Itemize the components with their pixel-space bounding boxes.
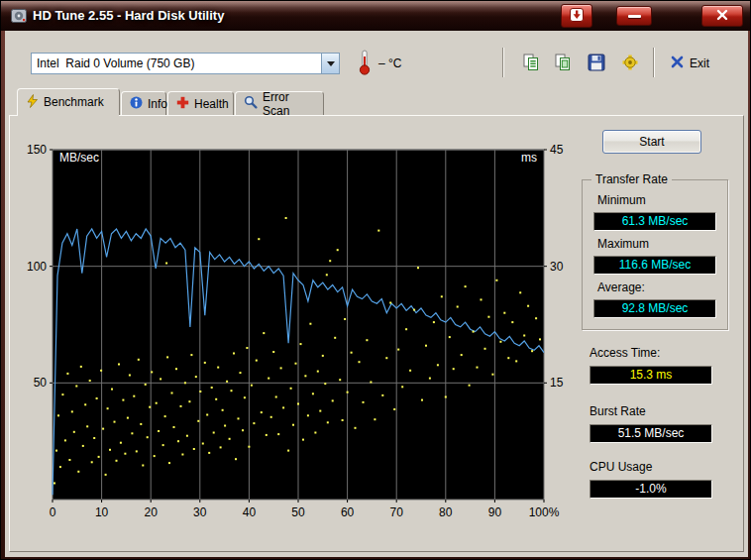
svg-text:20: 20	[145, 505, 159, 519]
maximum-label: Maximum	[597, 237, 649, 251]
tab-health-label: Health	[194, 97, 229, 111]
tab-info-label: Info	[148, 97, 167, 111]
svg-text:30: 30	[193, 505, 207, 519]
close-icon	[715, 8, 729, 25]
svg-text:50: 50	[34, 376, 48, 390]
svg-text:100: 100	[27, 260, 47, 274]
drive-selector-value: Intel Raid 0 Volume (750 GB)	[32, 56, 321, 70]
svg-text:0: 0	[50, 505, 56, 519]
minimize-button[interactable]	[616, 6, 652, 26]
cpu-usage-label: CPU Usage	[590, 460, 652, 474]
tab-error-scan-label: Error Scan	[263, 90, 315, 118]
svg-text:40: 40	[243, 505, 257, 519]
transfer-rate-group-label: Transfer Rate	[591, 172, 672, 186]
app-window: HD Tune 2.55 - Hard Disk Utility Intel R…	[0, 0, 751, 560]
svg-text:45: 45	[550, 143, 564, 157]
tab-error-scan[interactable]: Error Scan	[235, 91, 324, 115]
exit-label: Exit	[690, 56, 709, 70]
app-icon	[11, 8, 27, 24]
save-button[interactable]	[584, 52, 609, 75]
benchmark-icon	[26, 94, 39, 111]
svg-text:70: 70	[390, 505, 404, 519]
access-time-label: Access Time:	[590, 346, 660, 360]
tab-benchmark-label: Benchmark	[44, 95, 104, 109]
minimize-icon	[628, 15, 641, 18]
average-value: 92.8 MB/sec	[593, 299, 716, 318]
drive-selector[interactable]: Intel Raid 0 Volume (750 GB)	[31, 53, 340, 74]
burst-rate-value: 51.5 MB/sec	[590, 424, 712, 443]
exit-button[interactable]: Exit	[665, 51, 715, 76]
toolbar-separator	[653, 48, 655, 77]
copy-text-icon	[522, 54, 540, 74]
svg-text:100%: 100%	[529, 505, 560, 519]
svg-text:MB/sec: MB/sec	[59, 151, 99, 165]
minimum-label: Minimum	[597, 193, 646, 207]
copy-image-button[interactable]	[550, 52, 576, 75]
down-arrow-icon	[568, 6, 586, 27]
start-button[interactable]: Start	[602, 130, 701, 154]
access-time-value: 15.3 ms	[590, 366, 712, 385]
minimize-to-tray-button[interactable]	[561, 4, 592, 28]
svg-text:90: 90	[488, 505, 502, 519]
average-label: Average:	[597, 280, 645, 294]
thermometer-icon	[358, 49, 372, 79]
minimum-value: 61.3 MB/sec	[593, 212, 716, 231]
tab-benchmark[interactable]: Benchmark	[17, 88, 120, 115]
maximum-value: 116.6 MB/sec	[593, 256, 716, 275]
window-title: HD Tune 2.55 - Hard Disk Utility	[33, 8, 224, 23]
save-icon	[588, 54, 605, 74]
svg-text:10: 10	[95, 505, 109, 519]
error-scan-icon	[244, 95, 258, 112]
info-icon	[130, 96, 143, 112]
copy-image-icon	[554, 54, 572, 74]
burst-rate-label: Burst Rate	[590, 404, 646, 418]
svg-text:ms: ms	[521, 151, 537, 165]
tab-health[interactable]: Health	[167, 91, 234, 115]
svg-text:50: 50	[291, 505, 305, 519]
svg-text:30: 30	[550, 260, 564, 274]
chevron-down-icon[interactable]	[321, 54, 339, 73]
health-icon	[176, 96, 189, 112]
svg-text:60: 60	[341, 505, 355, 519]
svg-text:150: 150	[27, 143, 47, 157]
settings-button[interactable]	[617, 52, 643, 75]
svg-text:15: 15	[550, 376, 564, 390]
exit-icon	[671, 56, 684, 71]
temperature-readout: – °C	[378, 56, 401, 70]
benchmark-chart: 150100504530150102030405060708090100%MB/…	[25, 138, 568, 524]
cpu-usage-value: -1.0%	[590, 480, 712, 499]
copy-text-button[interactable]	[518, 52, 544, 75]
down-triangle-glyph	[327, 61, 335, 66]
toolbar-separator	[502, 48, 504, 77]
svg-text:80: 80	[439, 505, 453, 519]
settings-icon	[621, 54, 639, 74]
tab-info[interactable]: Info	[121, 91, 166, 115]
close-button[interactable]	[701, 5, 743, 27]
